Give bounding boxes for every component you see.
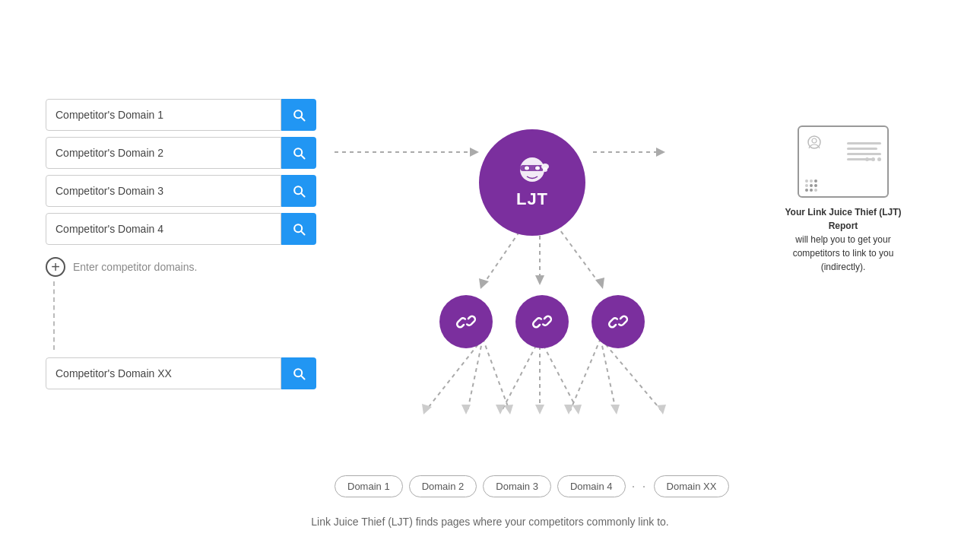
svg-line-16 xyxy=(502,338,540,411)
domain-tag-3: Domain 3 xyxy=(483,475,551,497)
svg-marker-23 xyxy=(564,405,573,414)
svg-rect-31 xyxy=(520,165,544,171)
svg-marker-25 xyxy=(611,405,620,414)
svg-line-22 xyxy=(570,338,601,411)
svg-line-12 xyxy=(468,338,483,411)
link-circle-2 xyxy=(515,295,569,348)
domain-input-3[interactable] xyxy=(46,175,281,207)
svg-line-20 xyxy=(540,338,578,411)
svg-marker-21 xyxy=(572,405,582,414)
search-icon-xx xyxy=(291,366,306,381)
input-row-xx xyxy=(46,357,316,389)
svg-point-35 xyxy=(543,167,547,172)
ljt-label: LJT xyxy=(516,189,548,209)
report-heading: Your Link Juice Thief (LJT) Report xyxy=(785,207,901,231)
search-icon-3 xyxy=(291,183,306,198)
svg-marker-13 xyxy=(461,405,471,414)
search-button-2[interactable] xyxy=(281,137,316,169)
svg-marker-3 xyxy=(656,148,665,157)
svg-marker-19 xyxy=(535,405,544,414)
svg-line-24 xyxy=(601,338,616,411)
svg-marker-11 xyxy=(422,404,432,414)
search-button-4[interactable] xyxy=(281,213,316,245)
svg-point-37 xyxy=(812,138,817,143)
domain-tag-1: Domain 1 xyxy=(335,475,403,497)
link-circles-row xyxy=(439,295,645,348)
ninja-icon xyxy=(513,156,551,186)
domain-input-2[interactable] xyxy=(46,137,281,169)
input-row-3 xyxy=(46,175,316,207)
input-row-1 xyxy=(46,99,316,131)
svg-marker-17 xyxy=(496,405,505,414)
svg-line-26 xyxy=(601,338,661,411)
ljt-circle: LJT xyxy=(479,129,585,236)
report-body: will help you to get your competitors to… xyxy=(793,234,894,272)
input-row-4 xyxy=(46,213,316,245)
svg-point-32 xyxy=(525,167,529,170)
domain-tag-4: Domain 4 xyxy=(557,475,626,497)
dotted-vertical-line xyxy=(53,281,55,350)
link-icon-2 xyxy=(530,310,554,334)
report-text: Your Link Juice Thief (LJT) Report will … xyxy=(782,205,904,274)
dots-separator: · · xyxy=(632,478,648,494)
plus-icon: + xyxy=(51,259,60,275)
search-icon-4 xyxy=(291,221,306,237)
search-icon-1 xyxy=(291,107,306,122)
bottom-description: Link Juice Thief (LJT) finds pages where… xyxy=(0,516,980,528)
link-circle-1 xyxy=(439,295,493,348)
report-device-icon xyxy=(798,125,889,198)
svg-marker-5 xyxy=(479,278,489,289)
main-container: + Enter competitor domains. xyxy=(0,0,980,543)
plus-row: + Enter competitor domains. xyxy=(46,257,316,277)
domain-input-xx[interactable] xyxy=(46,357,281,389)
add-domain-button[interactable]: + xyxy=(46,257,65,277)
link-icon-3 xyxy=(606,310,630,334)
svg-marker-9 xyxy=(595,278,604,289)
domain-tag-xx: Domain XX xyxy=(654,475,730,497)
link-icon-1 xyxy=(454,310,478,334)
bottom-desc-text: Link Juice Thief (LJT) finds pages where… xyxy=(311,516,669,528)
domain-input-4[interactable] xyxy=(46,213,281,245)
svg-marker-7 xyxy=(535,275,544,285)
svg-marker-27 xyxy=(657,405,666,414)
input-row-2 xyxy=(46,137,316,169)
search-icon-2 xyxy=(291,145,306,160)
svg-marker-15 xyxy=(504,405,513,414)
domain-tag-2: Domain 2 xyxy=(409,475,477,497)
svg-point-33 xyxy=(535,167,540,170)
report-person-icon xyxy=(807,135,829,157)
svg-line-10 xyxy=(426,338,483,411)
left-panel: + Enter competitor domains. xyxy=(46,99,316,395)
svg-line-14 xyxy=(483,338,509,411)
enter-domains-text: Enter competitor domains. xyxy=(73,261,197,273)
domain-input-1[interactable] xyxy=(46,99,281,131)
search-button-3[interactable] xyxy=(281,175,316,207)
report-icon-area: Your Link Juice Thief (LJT) Report will … xyxy=(782,125,904,274)
search-button-xx[interactable] xyxy=(281,357,316,389)
svg-marker-1 xyxy=(470,148,479,157)
link-circle-3 xyxy=(591,295,645,348)
domain-tags: Domain 1 Domain 2 Domain 3 Domain 4 · · … xyxy=(335,475,729,497)
search-button-1[interactable] xyxy=(281,99,316,131)
